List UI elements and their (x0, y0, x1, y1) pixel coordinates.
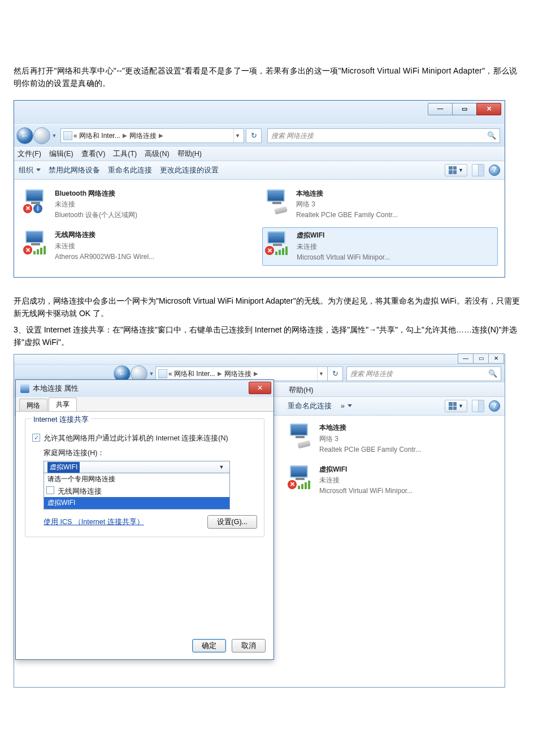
cancel-button[interactable]: 取消 (232, 639, 266, 653)
wifi-icon (298, 481, 310, 489)
paragraph-intro: 然后再打开"网络和共享中心"--"更改适配器设置"看看是不是多了一项，若果有多出… (14, 64, 520, 90)
menu-edit[interactable]: 编辑(E) (49, 148, 73, 159)
tab-network[interactable]: 网络 (19, 399, 47, 411)
menu-tools[interactable]: 工具(T) (113, 148, 137, 159)
preview-pane-button[interactable] (472, 400, 484, 412)
close-button[interactable]: ✕ (249, 382, 271, 394)
menu-file[interactable]: 文件(F) (18, 148, 41, 159)
item-detail: Bluetooth 设备(个人区域网) (55, 210, 137, 221)
allow-control-checkbox[interactable] (46, 486, 54, 494)
ics-groupbox: Internet 连接共享 ✓ 允许其他网络用户通过此计算机的 Internet… (25, 418, 264, 537)
minimize-button[interactable]: — (428, 103, 453, 115)
item-detail: Microsoft Virtual WiFi Minipor... (319, 486, 413, 496)
tab-sharing[interactable]: 共享 (49, 398, 77, 411)
view-mode-button[interactable]: ▼ (445, 164, 467, 176)
change-settings-button[interactable]: 更改此连接的设置 (160, 165, 219, 176)
minimize-button[interactable]: — (458, 353, 474, 364)
disconnected-icon: ✕ (23, 204, 32, 213)
item-status: 未连接 (55, 199, 137, 210)
connection-list: ✕ᛒ Bluetooth 网络连接 未连接 Bluetooth 设备(个人区域网… (14, 180, 505, 277)
item-status: 未连接 (297, 241, 390, 252)
search-input[interactable]: 搜索 网络连接 🔍 (346, 366, 501, 381)
ok-button[interactable]: 确定 (192, 639, 226, 653)
titlebar: — ▭ ✕ (14, 355, 505, 365)
connection-wireless[interactable]: ✕ 无线网络连接 未连接 Atheros AR9002WB-1NG Wirel.… (21, 227, 257, 266)
toolbar-overflow[interactable]: » (341, 400, 352, 412)
forward-button[interactable]: → (33, 127, 50, 144)
search-placeholder: 搜索 网络连接 (271, 131, 314, 141)
dialog-titlebar: 本地连接 属性 ✕ (16, 380, 273, 397)
allow-share-label: 允许其他网络用户通过此计算机的 Internet 连接来连接(N) (44, 433, 228, 444)
breadcrumb-dropdown[interactable]: ▼ (317, 367, 325, 381)
disconnected-icon: ✕ (23, 245, 32, 254)
disconnected-icon: ✕ (265, 246, 274, 255)
help-icon[interactable]: ? (489, 400, 500, 412)
history-dropdown[interactable]: ▼ (50, 127, 58, 144)
dropdown-selected: 虚拟WIFI (47, 462, 80, 473)
preview-pane-button[interactable] (472, 164, 484, 176)
ics-help-link[interactable]: 使用 ICS （Internet 连接共享） (44, 516, 144, 528)
connection-lan[interactable]: 本地连接 网络 3 Realtek PCIe GBE Family Contr.… (262, 186, 498, 223)
dropdown-option[interactable]: 请选一个专用网络连接 (44, 473, 229, 485)
dialog-title: 本地连接 属性 (33, 383, 79, 394)
ethernet-icon (274, 206, 288, 214)
search-icon: 🔍 (488, 368, 497, 380)
ethernet-icon (297, 440, 311, 449)
refresh-button[interactable]: ↻ (246, 128, 262, 143)
item-title: 虚拟WIFI (297, 230, 390, 241)
allow-share-checkbox[interactable]: ✓ (32, 434, 40, 442)
breadcrumb-dropdown[interactable]: ▼ (233, 129, 241, 142)
chevron-right-icon: ▶ (121, 131, 128, 140)
item-detail: Microsoft Virtual WiFi Minipor... (297, 252, 390, 263)
breadcrumb-seg2: 网络连接 (129, 131, 157, 141)
breadcrumb-seg1: « 网络和 Inter... (168, 369, 215, 379)
chevron-right-icon: ▶ (216, 369, 223, 378)
disable-device-button[interactable]: 禁用此网络设备 (49, 165, 100, 176)
rename-connection-button[interactable]: 重命名此连接 (108, 165, 152, 176)
connection-virtual-wifi[interactable]: ✕ 虚拟WIFI 未连接 Microsoft Virtual WiFi Mini… (262, 227, 498, 266)
network-icon (63, 131, 72, 140)
menu-view[interactable]: 查看(V) (81, 148, 106, 159)
item-detail: Realtek PCIe GBE Family Contr... (319, 444, 421, 455)
close-button[interactable]: ✕ (488, 353, 504, 364)
help-icon[interactable]: ? (489, 165, 500, 176)
search-icon: 🔍 (487, 130, 496, 142)
bluetooth-icon: ᛒ (33, 204, 42, 213)
breadcrumb[interactable]: « 网络和 Inter... ▶ 网络连接 ▶ ▼ (60, 128, 244, 143)
home-network-dropdown[interactable]: 虚拟WIFI ▼ 请选一个专用网络连接 无线网络连接 虚拟WIFI (44, 461, 230, 509)
breadcrumb-seg1: « 网络和 Inter... (73, 131, 120, 141)
item-title: 虚拟WIFI (319, 464, 413, 475)
rename-connection-button[interactable]: 重命名此连接 (288, 400, 332, 412)
maximize-button[interactable]: ▭ (473, 353, 489, 364)
maximize-button[interactable]: ▭ (452, 103, 477, 115)
close-button[interactable]: ✕ (476, 103, 501, 115)
adapter-icon (20, 384, 29, 393)
breadcrumb-seg2: 网络连接 (224, 369, 251, 379)
item-detail: Realtek PCIe GBE Family Contr... (296, 210, 398, 221)
back-button[interactable]: ← (16, 127, 33, 144)
explorer-window-1: — ▭ ✕ ← → ▼ « 网络和 Inter... ▶ 网络连接 ▶ ▼ ↻ … (14, 100, 505, 278)
search-input[interactable]: 搜索 网络连接 🔍 (267, 128, 500, 143)
titlebar: — ▭ ✕ (14, 101, 505, 124)
view-mode-button[interactable]: ▼ (445, 400, 467, 412)
disconnected-icon: ✕ (288, 480, 297, 489)
properties-dialog: 本地连接 属性 ✕ 网络 共享 Internet 连接共享 ✓ 允许其他网络用户… (15, 379, 274, 660)
dropdown-option-selected[interactable]: 虚拟WIFI (44, 497, 229, 509)
menu-advanced[interactable]: 高级(N) (145, 148, 169, 159)
item-status: 网络 3 (319, 434, 421, 444)
chevron-right-icon: ▶ (253, 369, 259, 378)
wifi-icon (33, 246, 46, 254)
connection-lan[interactable]: 本地连接 网络 3 Realtek PCIe GBE Family Contr.… (285, 420, 498, 457)
settings-button[interactable]: 设置(G)... (207, 515, 257, 529)
connection-virtual-wifi[interactable]: ✕ 虚拟WIFI 未连接 Microsoft Virtual WiFi Mini… (285, 462, 498, 499)
dropdown-option[interactable]: 无线网络连接 (58, 486, 102, 497)
chevron-right-icon: ▶ (158, 131, 164, 140)
explorer-window-2: — ▭ ✕ ← → ▼ « 网络和 Inter... ▶ 网络连接 ▶ (14, 354, 505, 688)
refresh-button[interactable]: ↻ (327, 366, 343, 381)
menu-help[interactable]: 帮助(H) (289, 385, 313, 396)
connection-bluetooth[interactable]: ✕ᛒ Bluetooth 网络连接 未连接 Bluetooth 设备(个人区域网… (21, 186, 257, 223)
home-network-label: 家庭网络连接(H)： (44, 447, 257, 459)
menu-help[interactable]: 帮助(H) (177, 148, 202, 159)
organize-button[interactable]: 组织 (19, 165, 41, 176)
tab-panel-sharing: Internet 连接共享 ✓ 允许其他网络用户通过此计算机的 Internet… (16, 412, 273, 659)
